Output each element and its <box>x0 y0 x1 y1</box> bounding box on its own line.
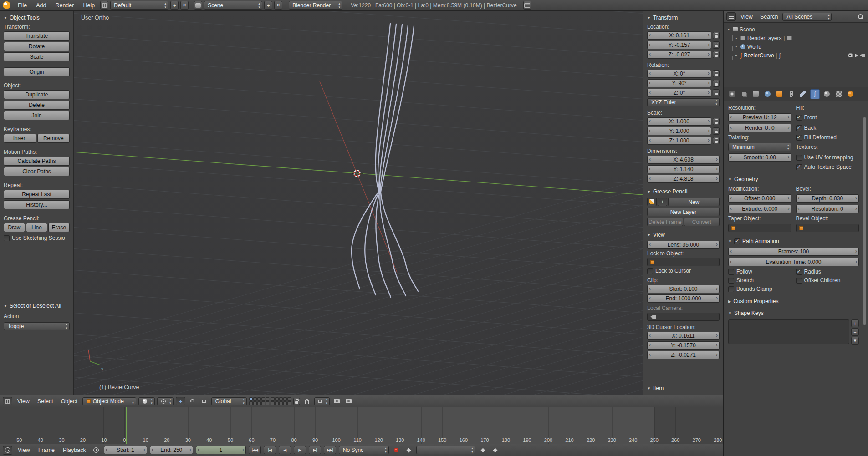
viewport-shading-select[interactable] <box>138 397 155 405</box>
preview-u-field[interactable]: Preview U: 12 <box>728 113 791 122</box>
clip-start-field[interactable]: Start: 0.100 <box>647 285 720 293</box>
expand-icon[interactable]: ▾ <box>726 27 731 31</box>
shape-key-specials-button[interactable]: ▾ <box>851 337 859 345</box>
layer-cell[interactable] <box>275 397 279 401</box>
rotation-y-field[interactable]: Y: 90° <box>647 79 711 87</box>
tab-modifiers[interactable] <box>798 89 808 99</box>
keying-set-select[interactable] <box>416 446 475 454</box>
join-button[interactable]: Join <box>4 111 70 120</box>
dimensions-z-field[interactable]: Z: 4.818 <box>647 175 720 183</box>
layers-group-1[interactable] <box>249 397 269 405</box>
scale-button[interactable]: Scale <box>4 52 70 61</box>
extrude-field[interactable]: Extrude: 0.000 <box>728 205 791 213</box>
layers-group-2[interactable] <box>271 397 291 405</box>
scale-y-field[interactable]: Y: 1.000 <box>647 127 711 135</box>
use-sketching-session-checkbox[interactable]: Use Sketching Sessio <box>4 235 70 241</box>
frames-field[interactable]: Frames: 100 <box>728 248 859 256</box>
jump-to-start-button[interactable]: |◀◀ <box>249 446 261 454</box>
item-panel-header[interactable]: Item <box>647 384 720 393</box>
lock-icon[interactable] <box>713 32 720 39</box>
manipulator-scale-button[interactable] <box>199 397 209 405</box>
current-frame-field[interactable]: 1 <box>196 446 246 454</box>
layer-cell[interactable] <box>266 397 269 401</box>
object-menu[interactable]: Object <box>58 397 80 405</box>
twist-method-select[interactable]: Minimum <box>728 143 791 151</box>
use-uv-checkbox[interactable]: Use UV for mapping <box>796 154 859 161</box>
path-animation-panel-header[interactable]: Path Animation <box>728 237 859 246</box>
tab-render[interactable] <box>727 89 737 99</box>
rotation-mode-select[interactable]: XYZ Euler <box>647 98 720 106</box>
evaluation-time-field[interactable]: Evaluation Time: 0.000 <box>728 258 859 266</box>
grease-pencil-add-icon[interactable]: + <box>658 198 667 206</box>
expand-icon[interactable]: ▸ <box>734 53 739 57</box>
outliner-row-world[interactable]: • World <box>734 42 865 51</box>
mode-select[interactable]: Object Mode <box>82 397 136 405</box>
layer-cell[interactable] <box>287 397 291 401</box>
auto-texture-space-checkbox[interactable]: Auto Texture Space <box>796 164 859 170</box>
render-u-field[interactable]: Render U: 0 <box>728 124 791 132</box>
end-frame-field[interactable]: End: 250 <box>150 446 193 454</box>
view-menu[interactable]: View <box>15 397 32 405</box>
layer-cell[interactable] <box>261 397 265 401</box>
screen-layout-icon[interactable] <box>100 1 108 10</box>
lens-field[interactable]: Lens: 35.000 <box>647 241 720 249</box>
scene-add-button[interactable]: + <box>264 1 272 10</box>
outliner-view-menu[interactable]: View <box>738 13 756 21</box>
start-frame-field[interactable]: Start: 1 <box>104 446 147 454</box>
bounds-clamp-checkbox[interactable]: Bounds Clamp <box>728 286 791 292</box>
calculate-paths-button[interactable]: Calculate Paths <box>4 157 70 166</box>
select-menu[interactable]: Select <box>35 397 56 405</box>
lock-icon[interactable] <box>713 89 720 96</box>
offset-children-checkbox[interactable]: Offset Children <box>796 277 859 284</box>
geometry-panel-header[interactable]: Geometry <box>728 175 859 184</box>
render-engine-select[interactable]: Blender Render <box>289 1 342 10</box>
timeline-frame-menu[interactable]: Frame <box>36 446 57 454</box>
jump-to-end-button[interactable]: ▶▶| <box>324 446 336 454</box>
fill-front-checkbox[interactable]: Front <box>796 114 859 121</box>
selectability-icon[interactable] <box>855 54 858 57</box>
blender-logo-icon[interactable] <box>3 1 10 9</box>
menu-file[interactable]: File <box>14 1 31 10</box>
location-x-field[interactable]: X: 0.161 <box>647 31 711 40</box>
layer-cell[interactable] <box>283 401 287 405</box>
bevel-resolution-field[interactable]: Resolution: 0 <box>796 205 859 213</box>
layer-cell[interactable] <box>271 397 275 401</box>
radius-checkbox[interactable]: Radius <box>796 269 859 275</box>
layer-cell[interactable] <box>275 401 279 405</box>
menu-help[interactable]: Help <box>79 1 98 10</box>
screen-add-button[interactable]: + <box>170 1 179 10</box>
lock-icon[interactable] <box>713 70 720 77</box>
renderability-camera-icon[interactable] <box>860 54 865 57</box>
pivot-select[interactable] <box>157 397 174 405</box>
dimensions-x-field[interactable]: X: 4.638 <box>647 156 720 164</box>
scene-delete-button[interactable]: ✕ <box>274 1 282 10</box>
properties-scrollbar[interactable] <box>863 117 866 326</box>
gp-convert-button[interactable]: Convert <box>684 218 720 226</box>
scale-z-field[interactable]: Z: 1.000 <box>647 137 711 145</box>
delete-button[interactable]: Delete <box>4 101 70 110</box>
lock-to-object-field[interactable] <box>647 258 720 266</box>
gp-draw-button[interactable]: Draw <box>4 223 25 232</box>
offset-field[interactable]: Offset: 0.000 <box>728 194 791 203</box>
layer-cell[interactable] <box>253 397 257 401</box>
tab-object-data[interactable] <box>810 89 820 99</box>
cursor-z-field[interactable]: Z: -0.0271 <box>647 351 720 359</box>
manipulator-rotate-button[interactable] <box>188 397 197 405</box>
bevel-depth-field[interactable]: Depth: 0.030 <box>796 194 859 203</box>
location-y-field[interactable]: Y: -0.157 <box>647 41 711 49</box>
lock-icon[interactable] <box>713 51 720 58</box>
repeat-last-button[interactable]: Repeat Last <box>4 190 70 199</box>
snap-element-select[interactable] <box>314 397 330 405</box>
view-panel-header[interactable]: View <box>647 230 720 239</box>
auto-keyframe-button[interactable] <box>392 446 401 455</box>
layer-cell[interactable] <box>261 401 265 405</box>
outliner-row-renderlayers[interactable]: • RenderLayers | <box>734 34 865 42</box>
timeline-playback-menu[interactable]: Playback <box>60 446 89 454</box>
shape-key-remove-button[interactable]: − <box>851 328 859 336</box>
rotate-button[interactable]: Rotate <box>4 42 70 51</box>
dimensions-y-field[interactable]: Y: 1.140 <box>647 165 720 173</box>
visibility-eye-icon[interactable] <box>848 53 853 57</box>
sync-select[interactable]: No Sync <box>339 446 389 454</box>
grease-pencil-draw-icon[interactable] <box>647 198 657 206</box>
editor-type-button[interactable] <box>726 12 736 21</box>
